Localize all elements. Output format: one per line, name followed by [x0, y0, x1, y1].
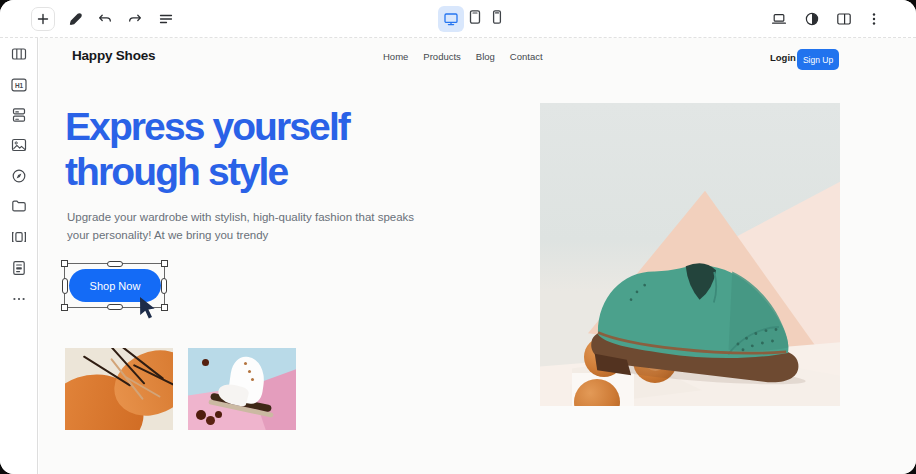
hero-image[interactable]	[540, 103, 840, 406]
deco-berry	[206, 416, 215, 425]
theme-toggle-button[interactable]	[804, 11, 820, 27]
nav-contact[interactable]: Contact	[510, 51, 543, 62]
deco-lace-dot	[244, 362, 247, 365]
heading-h1-icon[interactable]: H1	[11, 77, 27, 93]
undo-icon	[97, 11, 113, 27]
add-element-button[interactable]	[31, 7, 55, 31]
top-toolbar	[0, 0, 916, 38]
nav-products[interactable]: Products	[423, 51, 461, 62]
site-logo[interactable]: Happy Shoes	[72, 48, 155, 63]
panel-toggle-button[interactable]	[836, 11, 852, 27]
handle-top[interactable]	[107, 261, 123, 267]
desktop-icon	[443, 11, 459, 27]
edit-button[interactable]	[67, 11, 83, 27]
handle-top-right[interactable]	[161, 260, 168, 267]
contrast-icon	[804, 11, 820, 27]
hero-heading-line1: Express yourself	[65, 104, 349, 149]
compass-icon[interactable]	[11, 168, 27, 184]
more-menu-button[interactable]	[866, 11, 882, 27]
handle-top-left[interactable]	[61, 260, 68, 267]
handle-bottom-right[interactable]	[161, 304, 168, 311]
deco-berry	[196, 410, 206, 420]
carousel-icon[interactable]	[11, 229, 27, 245]
layout-columns-icon[interactable]	[11, 46, 27, 62]
plus-icon	[35, 11, 51, 27]
deco-berry	[215, 411, 222, 418]
handle-left[interactable]	[62, 278, 68, 294]
tablet-icon	[467, 9, 483, 25]
phone-icon	[489, 9, 505, 25]
hero-heading-line2: through style	[65, 149, 349, 194]
device-desktop-button[interactable]	[438, 6, 464, 32]
more-tools-icon[interactable]	[11, 291, 27, 307]
signup-button[interactable]: Sign Up	[797, 49, 839, 70]
contact-card-icon[interactable]	[11, 260, 27, 276]
layers-list-icon	[158, 11, 174, 27]
laptop-icon	[771, 11, 787, 27]
more-kebab-icon	[866, 11, 882, 27]
hero-description[interactable]: Upgrade your wardrobe with stylish, high…	[67, 208, 419, 244]
app-window: H1 Happy Shoes Home	[0, 0, 916, 474]
nav-blog[interactable]: Blog	[476, 51, 495, 62]
redo-icon	[127, 11, 143, 27]
thumbnail-leather-shoes[interactable]	[65, 348, 173, 430]
login-link[interactable]: Login	[770, 52, 796, 63]
form-fields-icon[interactable]	[11, 107, 27, 123]
teal-shoe-illustration	[572, 241, 815, 392]
nav-home[interactable]: Home	[383, 51, 408, 62]
deco-berry	[202, 359, 209, 366]
handle-bottom-left[interactable]	[61, 304, 68, 311]
device-tablet-button[interactable]	[467, 9, 483, 25]
redo-button[interactable]	[127, 11, 143, 27]
thumbnail-ice-skate[interactable]	[188, 348, 296, 430]
split-panel-icon	[836, 11, 852, 27]
image-icon[interactable]	[11, 137, 27, 153]
layers-button[interactable]	[158, 11, 174, 27]
device-phone-button[interactable]	[489, 9, 505, 25]
hero-heading[interactable]: Express yourself through style	[65, 104, 349, 194]
deco-lace-dot	[251, 378, 254, 381]
left-tool-rail: H1	[0, 38, 38, 474]
undo-button[interactable]	[97, 11, 113, 27]
svg-text:H1: H1	[15, 82, 24, 89]
handle-right[interactable]	[161, 278, 167, 294]
mouse-cursor	[139, 297, 156, 321]
pencil-icon	[67, 11, 83, 27]
design-canvas[interactable]: Happy Shoes Home Products Blog Contact L…	[39, 38, 916, 474]
folder-icon[interactable]	[11, 198, 27, 214]
preview-button[interactable]	[771, 11, 787, 27]
deco-lace-dot	[248, 370, 251, 373]
handle-bottom[interactable]	[107, 304, 123, 310]
site-nav: Home Products Blog Contact	[383, 51, 543, 62]
